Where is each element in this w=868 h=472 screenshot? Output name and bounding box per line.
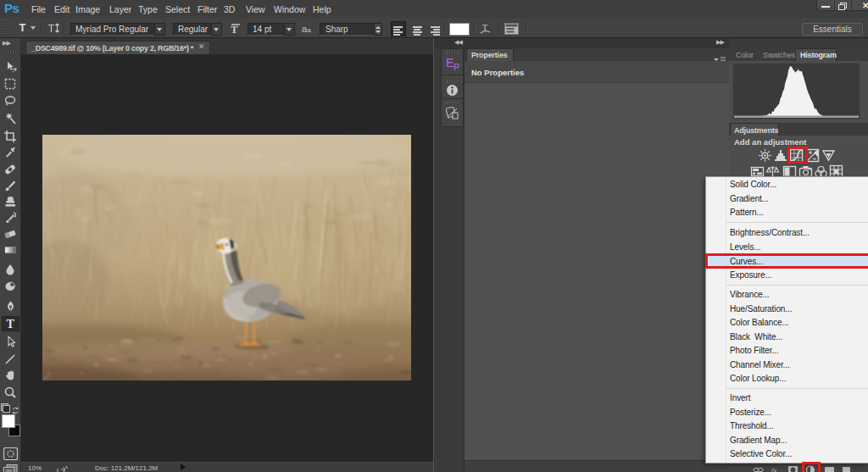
svg-text:fx.: fx. xyxy=(771,466,779,472)
svg-text:T: T xyxy=(7,318,15,330)
svg-text:T: T xyxy=(482,23,487,32)
svg-text:P: P xyxy=(453,62,459,72)
svg-text:E: E xyxy=(446,56,453,69)
